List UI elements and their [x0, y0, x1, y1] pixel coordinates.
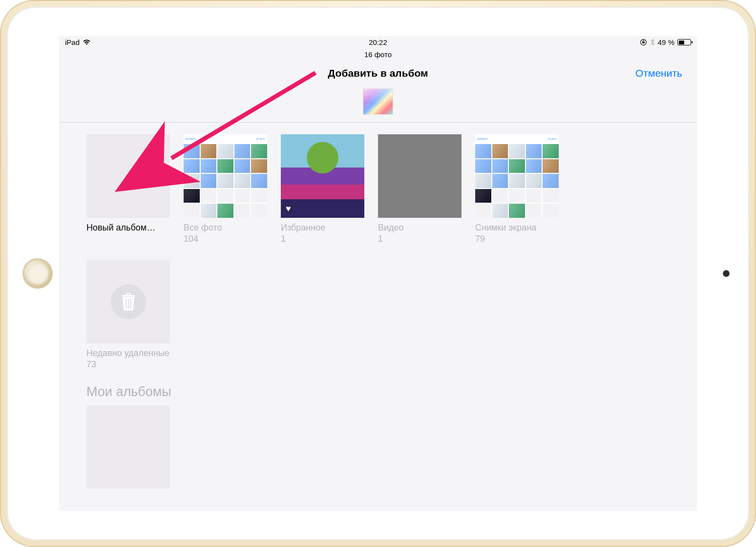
my-albums-grid [59, 405, 697, 508]
clock: 20:22 [369, 38, 387, 46]
battery-icon [677, 39, 691, 45]
album-thumb-mosaic: Добавить16 фото [475, 134, 559, 218]
album-screenshots: Добавить16 фото Снимки экрана 79 [475, 134, 559, 244]
album-thumb-trash [86, 260, 170, 343]
albums-grid: Новый альбом… Добавить16 фото Все фото 1… [59, 123, 697, 379]
ipad-frame: iPad 20:22 49 % 16 фото Добавить в альбо… [0, 0, 756, 547]
album-title: Снимки экрана [475, 223, 559, 233]
album-video: Видео 1 [378, 134, 462, 244]
mosaic-right: 16 фото [256, 137, 265, 140]
status-bar: iPad 20:22 49 % [59, 36, 697, 47]
album-thumb-mosaic: Добавить16 фото [184, 134, 267, 218]
album-thumb-blank [86, 405, 170, 489]
trash-circle [111, 284, 146, 319]
album-title: Видео [378, 223, 462, 233]
album-thumb-tree: ♥ [281, 134, 364, 218]
album-count: 79 [475, 234, 559, 244]
album-title: Избранное [281, 223, 364, 233]
album-favorites: ♥ Избранное 1 [281, 134, 364, 244]
album-recently-deleted: Недавно удаленные 73 [86, 260, 170, 370]
page-title: Добавить в альбом [69, 67, 687, 79]
battery-percent: 49 % [658, 38, 674, 46]
cancel-button[interactable]: Отменить [635, 67, 682, 79]
mosaic-right: 16 фото [547, 137, 557, 140]
album-thumb-gray [378, 134, 462, 218]
photo-count: 16 фото [59, 47, 697, 59]
album-count: 73 [86, 359, 170, 370]
nav-bar: Добавить в альбом Отменить [59, 59, 697, 85]
rotation-lock-icon [640, 39, 647, 46]
section-my-albums: Мои альбомы [59, 379, 697, 405]
screen: iPad 20:22 49 % 16 фото Добавить в альбо… [59, 36, 697, 511]
album-count: 1 [378, 234, 462, 244]
album-title: Недавно удаленные [86, 348, 170, 358]
album-count: 1 [281, 234, 364, 244]
album-title: Все фото [184, 223, 267, 233]
wifi-icon [83, 39, 91, 45]
album-thumb-blank [86, 134, 170, 218]
heart-icon: ♥ [286, 204, 291, 214]
album-new[interactable]: Новый альбом… [86, 134, 170, 244]
home-button[interactable] [23, 259, 52, 288]
mosaic-left: Добавить [477, 137, 488, 140]
album-all-photos: Добавить16 фото Все фото 104 [184, 134, 267, 244]
album-title: Новый альбом… [86, 223, 170, 233]
ipad-inner: iPad 20:22 49 % 16 фото Добавить в альбо… [7, 7, 749, 540]
device-label: iPad [65, 38, 80, 46]
trash-icon [121, 293, 136, 311]
front-camera [723, 270, 730, 277]
my-album-item[interactable] [86, 405, 170, 489]
mosaic-left: Добавить [186, 137, 196, 140]
bluetooth-icon [650, 39, 655, 46]
selected-photo-thumbnail [363, 89, 393, 114]
album-count: 104 [184, 234, 267, 244]
